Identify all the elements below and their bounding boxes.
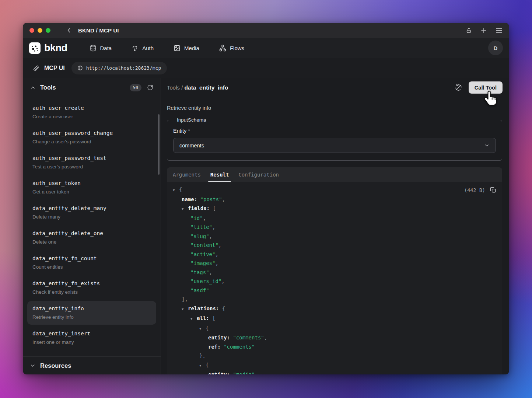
json-punct: [ xyxy=(210,205,216,211)
tool-description: Count entities xyxy=(32,264,151,270)
tool-description: Change a user's password xyxy=(32,139,151,145)
sidebar-tool-data_entity_delete_many[interactable]: data_entity_delete_manyDelete many xyxy=(27,201,156,224)
tool-description: Create a new user xyxy=(32,114,151,120)
json-line: }, xyxy=(168,351,496,360)
copy-icon xyxy=(490,187,496,193)
json-string: "tags" xyxy=(190,269,209,275)
entity-select[interactable]: comments xyxy=(173,138,496,153)
sidebar-scrollbar[interactable] xyxy=(158,114,160,175)
tool-description: Get a user token xyxy=(32,189,151,195)
json-string: "posts" xyxy=(200,196,222,202)
nav-item-media[interactable]: Media xyxy=(174,45,199,52)
nav-label: Flows xyxy=(230,45,244,51)
json-string: "slug" xyxy=(190,233,209,239)
json-key: ref: xyxy=(208,344,221,350)
minimize-window-button[interactable] xyxy=(38,28,42,33)
tool-name: data_entity_fn_exists xyxy=(32,280,151,287)
collapse-arrow-icon[interactable]: ▼ xyxy=(199,361,206,370)
sidebar-tool-data_entity_fn_count[interactable]: data_entity_fn_countCount entities xyxy=(27,251,156,275)
json-line: ref: "comments" xyxy=(168,342,496,352)
app-navbar: bknd Data Auth Media Flows D xyxy=(23,38,509,58)
browser-menu-button[interactable] xyxy=(496,28,503,34)
nav-item-flows[interactable]: Flows xyxy=(219,45,244,52)
sidebar-tool-auth_user_password_test[interactable]: auth_user_password_testTest a user's pas… xyxy=(27,151,156,174)
json-string: "users_id" xyxy=(190,278,221,284)
nav-label: Media xyxy=(184,45,199,51)
back-button[interactable] xyxy=(66,27,72,34)
tab-result[interactable]: Result xyxy=(210,167,229,182)
entity-field-label: Entity * xyxy=(173,128,496,134)
tools-count-badge: 50 xyxy=(130,84,141,91)
zoom-window-button[interactable] xyxy=(46,28,50,33)
result-tab-panel: Arguments Result Configuration (442 B) ▼… xyxy=(167,167,502,374)
result-viewer: (442 B) ▼{name: "posts",▼fields: ["id","… xyxy=(167,182,502,374)
json-key: name: xyxy=(182,196,197,202)
json-string: "title" xyxy=(190,224,212,230)
nav-item-auth[interactable]: Auth xyxy=(132,45,154,52)
json-string: "asdf" xyxy=(190,287,209,293)
json-line: "content", xyxy=(168,241,496,250)
json-tree: ▼{name: "posts",▼fields: ["id","title","… xyxy=(168,185,496,374)
json-line: ▼fields: [ xyxy=(168,204,496,214)
json-line: "title", xyxy=(168,223,496,232)
json-line: "active", xyxy=(168,250,496,259)
close-window-button[interactable] xyxy=(29,28,34,33)
refresh-tools-button[interactable] xyxy=(147,84,153,91)
image-icon xyxy=(174,45,181,52)
sidebar-tool-auth_user_create[interactable]: auth_user_createCreate a new user xyxy=(27,101,156,124)
breadcrumb-section[interactable]: Tools xyxy=(167,84,180,91)
breadcrumb: Tools / data_entity_info xyxy=(167,84,228,91)
json-punct: { xyxy=(206,325,209,331)
json-punct: { xyxy=(219,306,225,311)
sidebar-tool-data_entity_fn_exists[interactable]: data_entity_fn_existsCheck if entity exi… xyxy=(27,276,156,300)
collapse-arrow-icon[interactable]: ▼ xyxy=(199,324,206,334)
brand-logo[interactable]: bknd xyxy=(29,42,67,54)
new-tab-button[interactable] xyxy=(480,27,487,34)
collapse-arrow-icon[interactable]: ▼ xyxy=(173,186,179,195)
tool-description: Retrieve entity info xyxy=(32,314,151,320)
chevron-left-icon xyxy=(66,27,72,34)
required-asterisk: * xyxy=(186,128,190,134)
auto-refresh-off-button[interactable] xyxy=(455,84,462,91)
sidebar-tool-auth_user_token[interactable]: auth_user_tokenGet a user token xyxy=(27,176,156,199)
tab-configuration[interactable]: Configuration xyxy=(238,167,279,182)
mcp-url: http://localhost:28623/mcp xyxy=(86,65,161,71)
tab-arguments[interactable]: Arguments xyxy=(173,167,201,182)
main-panel: Tools / data_entity_info Call Tool Retri… xyxy=(161,78,509,374)
chevron-down-icon xyxy=(484,143,490,148)
collapse-arrow-icon[interactable]: ▼ xyxy=(190,314,197,324)
collapse-arrow-icon[interactable]: ▼ xyxy=(182,205,188,214)
nav-item-data[interactable]: Data xyxy=(90,45,112,52)
json-punct: , xyxy=(209,233,212,239)
sidebar-tool-data_entity_insert[interactable]: data_entity_insertInsert one or many xyxy=(27,326,156,350)
lock-open-icon[interactable] xyxy=(466,27,472,34)
entity-select-value: comments xyxy=(179,143,204,149)
copy-result-button[interactable] xyxy=(490,187,496,193)
collapse-arrow-icon[interactable]: ▼ xyxy=(182,305,188,314)
json-punct: , xyxy=(222,196,225,202)
resources-section-title: Resources xyxy=(40,362,71,369)
user-avatar[interactable]: D xyxy=(488,41,503,55)
json-line: entity: "media", xyxy=(168,370,496,374)
json-line: "slug", xyxy=(168,232,496,241)
breadcrumb-current: data_entity_info xyxy=(185,84,228,91)
call-tool-button[interactable]: Call Tool xyxy=(469,81,503,94)
sidebar-tool-data_entity_info[interactable]: data_entity_infoRetrieve entity info xyxy=(27,301,156,325)
database-icon xyxy=(90,45,97,52)
json-punct xyxy=(221,344,224,350)
json-punct: , xyxy=(209,269,212,275)
chevron-down-icon xyxy=(30,363,35,368)
json-punct: }, xyxy=(199,353,206,359)
mcp-url-pill[interactable]: http://localhost:28623/mcp xyxy=(71,62,167,74)
sidebar-tool-data_entity_delete_one[interactable]: data_entity_delete_oneDelete one xyxy=(27,226,156,249)
sidebar-tool-auth_user_password_change[interactable]: auth_user_password_changeChange a user's… xyxy=(27,126,156,149)
tool-name: auth_user_password_test xyxy=(32,155,151,162)
json-line: entity: "comments", xyxy=(168,333,496,342)
json-key: fields: xyxy=(188,205,210,211)
json-string: "id" xyxy=(190,215,203,221)
refresh-off-icon xyxy=(455,84,462,91)
tools-section-header[interactable]: Tools 50 xyxy=(23,78,161,97)
tab-strip: Arguments Result Configuration xyxy=(167,167,502,182)
resources-section-header[interactable]: Resources xyxy=(23,356,161,374)
tool-name: data_entity_fn_count xyxy=(32,255,151,262)
